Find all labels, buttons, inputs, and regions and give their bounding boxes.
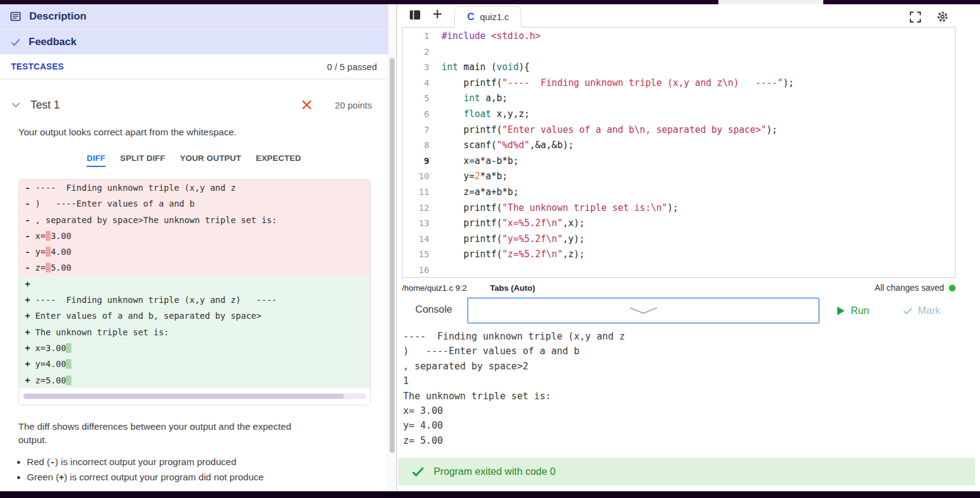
diff-tabs: DIFFSPLIT DIFFYOUR OUTPUTEXPECTED [0, 154, 388, 167]
panes-icon[interactable] [409, 10, 421, 20]
fullscreen-icon[interactable] [910, 12, 921, 23]
console-line: ) ----Enter values of a and b [403, 344, 625, 358]
console-line: x= 3.00 [403, 404, 625, 418]
diff-lines: - ---- Finding unknown triple (x,y and z… [19, 180, 370, 388]
code-line: 9 x=a*a-b*b; [402, 154, 955, 169]
diff-tab-expected[interactable]: EXPECTED [256, 154, 301, 167]
feedback-label: Feedback [29, 36, 76, 48]
diff-line: + The unknown triple set is: [19, 324, 370, 340]
diff-line: + z=5.00 [19, 372, 370, 388]
diff-line: - y= 4.00 [19, 244, 370, 260]
add-tab-icon[interactable]: + [432, 2, 442, 25]
legend-item: Green (+) is correct output your program… [27, 472, 388, 483]
feedback-panel: Description Feedback TESTCASES 0 / 5 pas… [0, 4, 388, 491]
console-input[interactable] [467, 297, 820, 324]
saved-indicator-dot [949, 285, 956, 291]
code-line: 10 y=2*a*b; [402, 169, 955, 185]
success-check-icon [412, 466, 424, 477]
diff-tab-split-diff[interactable]: SPLIT DIFF [120, 154, 165, 167]
console-output: ---- Finding unknown triple (x,y and z) … [403, 329, 625, 448]
legend-item: Red (-) is incorrect output your program… [27, 457, 388, 468]
run-label: Run [851, 305, 869, 316]
diff-scrollbar-track [23, 393, 367, 399]
description-icon [10, 12, 21, 21]
console-label: Console [415, 304, 452, 315]
diff-tab-diff[interactable]: DIFF [87, 154, 106, 167]
file-path-position: /home/quiz1.c 9:2 [402, 283, 467, 293]
gear-icon[interactable] [937, 11, 948, 23]
app: Description Feedback TESTCASES 0 / 5 pas… [0, 0, 980, 498]
diff-line: + y=4.00 [19, 356, 370, 372]
code-line: 5 int a,b; [402, 91, 955, 107]
diff-line: - z= 5.00 [19, 260, 370, 276]
panel-scrollbar [388, 4, 396, 491]
tabs-mode[interactable]: Tabs (Auto) [490, 283, 535, 293]
code-line: 3int main (void){ [402, 60, 955, 76]
feedback-message: Your output looks correct apart from the… [18, 127, 370, 138]
taskbar [0, 491, 980, 498]
code-line: 15 printf("z=%5.2f\n",z); [402, 247, 955, 263]
console-line: z= 5.00 [403, 433, 625, 448]
diff-scrollbar [19, 388, 370, 405]
file-tab[interactable]: C quiz1.c [454, 6, 521, 27]
legend-list: Red (-) is incorrect output your program… [27, 457, 388, 483]
test-name: Test 1 [30, 99, 60, 112]
passed-count: 0 / 5 passed [327, 62, 377, 72]
file-tab-label: quiz1.c [480, 12, 509, 22]
diff-line: - , separated by space>The unknown tripl… [19, 212, 370, 228]
diff-tab-your-output[interactable]: YOUR OUTPUT [180, 154, 241, 167]
fail-x-icon [301, 99, 313, 111]
diff-line: + x=3.00 [19, 340, 370, 356]
testcases-header: TESTCASES 0 / 5 passed [0, 54, 388, 79]
code-line: 12 printf("The unknown triple set is:\n"… [402, 201, 955, 216]
section-feedback[interactable]: Feedback [0, 29, 388, 54]
play-icon [837, 307, 845, 315]
mark-label: Mark [918, 305, 940, 316]
console-line: 1 [403, 374, 625, 388]
editor-tabbar: + C quiz1.c [397, 4, 980, 27]
code-line: 8 scanf("%d%d",&a,&b); [402, 138, 955, 154]
c-language-icon: C [467, 11, 474, 23]
diff-line: + ---- Finding unknown triple (x,y and z… [19, 292, 370, 308]
console-line: y= 4.00 [403, 418, 625, 433]
exit-status-banner: Program exited with code 0 [398, 458, 975, 485]
diff-scrollbar-thumb[interactable] [24, 394, 344, 399]
check-icon [903, 307, 912, 315]
code-line: 6 float x,y,z; [402, 107, 955, 123]
code-line: 14 printf("y=%5.2f\n",y); [402, 232, 955, 247]
check-icon [10, 37, 21, 47]
mark-button[interactable]: Mark [903, 297, 940, 324]
browser-chrome-bar [0, 0, 980, 4]
run-button[interactable]: Run [837, 297, 869, 324]
exit-message: Program exited with code 0 [434, 466, 556, 477]
code-line: 2 [402, 44, 955, 60]
diff-line: - x= 3.00 [19, 228, 370, 244]
code-line: 16 [402, 263, 955, 278]
chevron-down-icon [11, 102, 21, 108]
editor-statusbar: /home/quiz1.c 9:2 Tabs (Auto) All change… [402, 280, 956, 296]
section-description[interactable]: Description [0, 4, 388, 29]
code-line: 7 printf("Enter values of a and b\n, sep… [402, 123, 955, 138]
diff-line: + [19, 276, 370, 292]
panel-scrollbar-thumb[interactable] [390, 58, 395, 453]
description-label: Description [29, 10, 87, 23]
code-line: 1#include <stdio.h> [402, 29, 955, 44]
diff-view: - ---- Finding unknown triple (x,y and z… [18, 179, 371, 405]
code-editor[interactable]: 1#include <stdio.h>23int main (void){4 p… [402, 27, 956, 278]
diff-line: - ) ----Enter values of a and b [19, 196, 370, 212]
console-line: ---- Finding unknown triple (x,y and z [403, 329, 625, 344]
editor-actions [910, 11, 948, 23]
testcases-label: TESTCASES [11, 62, 64, 71]
browser-chrome-segment [718, 0, 823, 4]
diff-line: - ---- Finding unknown triple (x,y and z [19, 180, 370, 196]
save-status: All changes saved [874, 283, 944, 293]
code-line: 4 printf("---- Finding unknown triple (x… [402, 76, 955, 91]
code-line: 11 z=a*a+b*b; [402, 185, 955, 201]
code-line: 13 printf("x=%5.2f\n",x); [402, 216, 955, 232]
test-header[interactable]: Test 1 20 points [0, 91, 388, 118]
code-lines: 1#include <stdio.h>23int main (void){4 p… [402, 29, 955, 278]
ide-panel: + C quiz1.c 1#include <stdio.h>23int mai… [396, 4, 980, 491]
console-line: , separated by space>2 [403, 359, 625, 374]
test-points: 20 points [335, 100, 372, 110]
chevron-down-icon [629, 307, 657, 315]
